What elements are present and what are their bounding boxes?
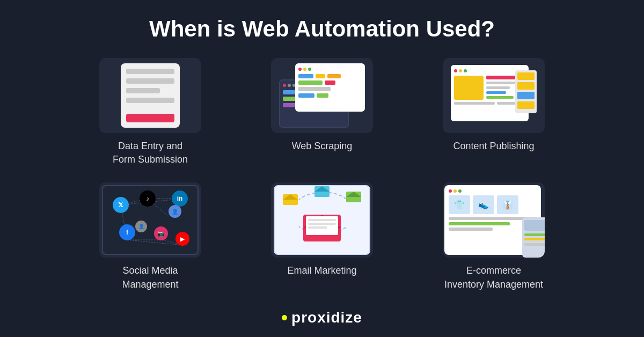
- cb-title-line: [486, 76, 517, 79]
- ecommerce-label: E-commerceInventory Management: [444, 264, 543, 291]
- letter-line3: [308, 226, 327, 229]
- letter-line2: [308, 223, 336, 225]
- card-social-media: 𝕏 ♪ in f 📷 ▶ 👤 👤 Social MediaManagement: [75, 182, 225, 291]
- content-publishing-icon-container: [443, 58, 545, 133]
- fblock2: [316, 74, 325, 78]
- form-line-3: [126, 88, 160, 93]
- ecom-product-tshirt: 👔: [497, 195, 518, 214]
- form-line-1: [126, 69, 174, 74]
- cb-side-block2: [517, 82, 535, 90]
- ecom-bar3: [449, 228, 493, 231]
- ecom-bar2: [449, 222, 510, 225]
- fblock1: [298, 74, 313, 78]
- cb-dot-green: [464, 69, 467, 72]
- envelope-letter: [306, 216, 338, 235]
- brand-logo: proxidize: [282, 309, 362, 326]
- cb-side-block1: [517, 72, 535, 80]
- card-email-marketing: Email Marketing: [247, 182, 397, 291]
- ecom-dots: [449, 189, 537, 193]
- mini-envelope-cyan: [314, 186, 330, 197]
- ecom-dot-y: [453, 189, 457, 193]
- ecommerce-icon-container: 👕 👟 👔: [443, 182, 545, 258]
- ecom-mobile-bar2: [524, 238, 545, 240]
- ecom-product-shoe: 👟: [473, 195, 494, 214]
- page-title: When is Web Automation Used?: [149, 16, 495, 42]
- fblock4: [298, 80, 323, 85]
- dot-red: [283, 84, 286, 87]
- browser-front: [295, 63, 365, 112]
- cb-line3: [486, 91, 506, 94]
- card-data-entry: Data Entry andForm Submission: [75, 58, 225, 166]
- footer: proxidize: [282, 309, 362, 337]
- email-marketing-icon: [274, 185, 370, 255]
- card-content-publishing: Content Publishing: [419, 58, 569, 166]
- fblock3: [327, 74, 341, 78]
- browser-front-dots: [298, 68, 362, 71]
- cb-line4: [486, 96, 514, 99]
- ecom-mobile-img: [524, 220, 545, 231]
- form-line-4: [126, 98, 174, 103]
- data-entry-icon: [121, 63, 180, 128]
- social-media-label: Social MediaManagement: [122, 264, 178, 291]
- web-scraping-icon-container: [271, 58, 373, 133]
- cb-dot-yellow: [459, 69, 462, 72]
- cards-grid: Data Entry andForm Submission: [64, 58, 580, 291]
- fblock8: [317, 93, 328, 98]
- svg-line-6: [127, 240, 184, 245]
- ecom-product-shirt: 👕: [449, 195, 470, 214]
- fblock6: [298, 87, 331, 91]
- brand-name: proxidize: [291, 309, 362, 326]
- ecommerce-icon: 👕 👟 👔: [444, 185, 544, 255]
- ecom-products-row: 👕 👟 👔: [449, 195, 537, 214]
- ecom-mobile-device: [522, 217, 545, 258]
- main-envelope: [303, 215, 341, 241]
- card-web-scraping: Web Scraping: [247, 58, 397, 166]
- email-marketing-icon-container: [271, 182, 373, 258]
- content-browser-side: [515, 70, 537, 113]
- fblock7: [298, 93, 314, 98]
- ecom-mobile-bar1: [524, 233, 545, 236]
- dot-yellow-f: [303, 68, 306, 71]
- web-scraping-icon: [279, 63, 365, 128]
- ecom-dot-r: [449, 189, 452, 193]
- content-publishing-icon: [451, 65, 537, 127]
- letter-line1: [308, 219, 336, 221]
- cb-side-block4: [517, 101, 535, 109]
- data-entry-label: Data Entry andForm Submission: [113, 140, 188, 166]
- ecom-dot-g: [458, 189, 462, 193]
- dot-red-f: [298, 68, 302, 71]
- mini-envelope-green: [346, 192, 361, 202]
- social-media-icon-container: 𝕏 ♪ in f 📷 ▶ 👤 👤: [99, 182, 201, 258]
- logo-dot: [282, 315, 287, 320]
- form-line-2: [126, 78, 174, 84]
- cb-line2: [486, 86, 510, 89]
- cb-bar1: [454, 102, 495, 105]
- web-scraping-label: Web Scraping: [292, 140, 353, 153]
- fblock5: [325, 80, 335, 85]
- block-b4: [283, 103, 296, 107]
- cb-side-block3: [517, 92, 535, 99]
- dot-gray1: [288, 84, 291, 87]
- dot-green-f: [308, 68, 311, 71]
- email-marketing-label: Email Marketing: [287, 264, 356, 277]
- card-ecommerce: 👕 👟 👔 E-commer: [419, 182, 569, 291]
- cb-dot-red: [454, 69, 457, 72]
- ecom-mobile-bar3: [524, 243, 545, 246]
- social-media-icon: 𝕏 ♪ in f 📷 ▶ 👤 👤: [102, 185, 199, 255]
- cb-image-block: [454, 76, 484, 100]
- form-submit-button: [126, 114, 174, 122]
- mini-envelope-yellow: [283, 194, 298, 205]
- data-entry-icon-container: [99, 58, 201, 133]
- content-publishing-label: Content Publishing: [453, 140, 534, 153]
